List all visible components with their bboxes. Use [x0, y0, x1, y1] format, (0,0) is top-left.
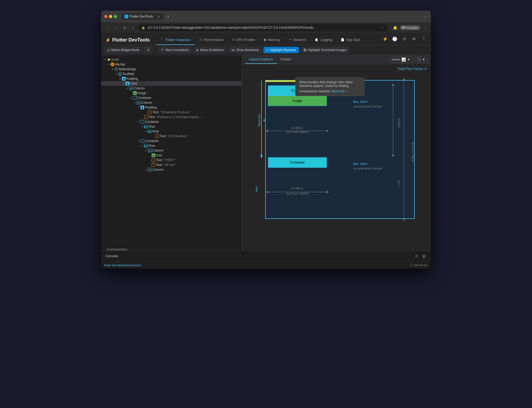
tree-item-column3[interactable]: ▼ ▤ Column: [101, 148, 242, 153]
tree-item-container2[interactable]: ▼ □ Container: [101, 119, 242, 124]
network-tab-icon: 〜: [289, 38, 292, 42]
tree-item-column2[interactable]: ▼ ▤ Column: [101, 100, 242, 105]
window-options-icon[interactable]: ⌄: [422, 14, 428, 19]
highlight-oversized-icon: 🖼: [304, 48, 306, 52]
tree-arrow-container3: ▼: [137, 139, 140, 143]
tab-cpu-profiler[interactable]: ⊙ CPU Profiler: [228, 35, 259, 45]
devtools-title: Flutter DevTools: [112, 37, 150, 43]
column2-icon: ▤: [137, 101, 140, 105]
axis-dropdown[interactable]: ⬛ ▼: [415, 57, 428, 63]
help-icon[interactable]: ?: [420, 36, 427, 42]
svg-marker-30: [260, 155, 263, 159]
tab-logging[interactable]: 📋 Logging: [310, 35, 336, 45]
tab-flutter-inspector[interactable]: 📱 Flutter Inspector: [156, 35, 195, 45]
highlight-oversized-button[interactable]: 🖼 Highlight Oversized Images: [301, 47, 350, 53]
text2-icon: T: [144, 115, 148, 119]
tree-item-text4[interactable]: ▶ T Text: "PREP:": [101, 158, 242, 163]
bookmark-icon[interactable]: ☆: [380, 25, 385, 30]
flex-align-dropdown[interactable]: center 📊 ▼: [389, 56, 413, 63]
tree-item-column[interactable]: ▼ ▤ Column: [101, 86, 242, 91]
tree-arrow-column: ▼: [126, 86, 129, 90]
home-button[interactable]: ⌂: [130, 24, 136, 31]
text3-icon: T: [155, 134, 159, 138]
tree-item-text5[interactable]: ▶ T Text: "25 min": [101, 163, 242, 167]
inspector-tab-options: center 📊 ▼ ⬛ ▼: [389, 56, 428, 63]
tree-item-scaffold[interactable]: ▼ ▦ Scaffold: [101, 72, 242, 76]
forward-button[interactable]: →: [113, 24, 119, 31]
tree-label-column: Column: [134, 86, 145, 90]
show-baselines-button[interactable]: Aa Show Baselines: [228, 47, 262, 53]
tree-arrow-image: ▶: [129, 91, 133, 95]
menu-icon[interactable]: ⋮: [422, 25, 428, 30]
tree-item-text3[interactable]: ▶ T Text: "170 Reviews": [101, 134, 242, 139]
tree-arrow-container2: ▼: [137, 120, 140, 124]
status-link[interactable]: flutter.dev/devtools/inspector: [104, 264, 141, 267]
tree-item-row2[interactable]: ▼ ▶▶ Row: [101, 129, 242, 134]
horizontal-scrollbar[interactable]: [106, 248, 128, 251]
tree-item-image[interactable]: ▶ ▨ Image: [101, 91, 242, 95]
tree-item-padding2[interactable]: ▼ ▦ Padding: [101, 105, 242, 110]
tree-item-card[interactable]: ▼ ▦ Card: [101, 81, 242, 86]
tree-item-row1[interactable]: ▼ ▶▶ Row: [101, 124, 242, 129]
back-button[interactable]: ←: [104, 24, 111, 31]
tab-app-size[interactable]: 📄 App Size: [336, 35, 364, 45]
tab-details[interactable]: Details: [277, 55, 295, 64]
cpu-tab-label: CPU Profiler: [236, 38, 255, 42]
main-content: ▼ 📁 [root] ▼ M MyApp ▼ ⚙ MaterialApp: [101, 55, 431, 251]
new-tab-button[interactable]: +: [165, 13, 171, 20]
tree-item-root[interactable]: ▼ 📁 [root]: [101, 57, 242, 62]
copy-console-button[interactable]: ⎘: [414, 253, 419, 259]
inspector-tab-icon: 📱: [160, 38, 164, 41]
tree-item-materialapp[interactable]: ▼ ⚙ MaterialApp: [101, 67, 242, 72]
tree-label-root: [root]: [111, 58, 119, 61]
padding2-icon: ▦: [140, 106, 144, 109]
active-tab[interactable]: Flutter DevTools ✕: [121, 13, 164, 20]
tree-arrow-column4: ▼: [144, 168, 148, 172]
minimize-button[interactable]: [109, 15, 112, 18]
app-size-tab-label: App Size: [346, 38, 360, 42]
tree-label-padding2: Padding: [145, 106, 157, 109]
tree-arrow-materialapp: ▼: [111, 67, 114, 71]
tab-close-button[interactable]: ✕: [157, 15, 161, 18]
refresh-button[interactable]: ↺: [144, 47, 152, 53]
show-guidelines-button[interactable]: ⊞ Show Guidelines: [193, 47, 227, 53]
slow-animations-button[interactable]: ⏱ Slow Animations: [158, 47, 192, 53]
toolbar-separator-1: [155, 47, 155, 53]
flex-align-icon: 📊: [401, 57, 406, 62]
details-tab-label: Details: [281, 57, 291, 61]
widget-tree-panel[interactable]: ▼ 📁 [root] ▼ M MyApp ▼ ⚙ MaterialApp: [101, 55, 242, 251]
tab-network[interactable]: 〜 Network: [285, 35, 310, 45]
tab-memory[interactable]: ▣ Memory: [259, 35, 285, 45]
show-guidelines-label: Show Guidelines: [200, 48, 224, 52]
svg-marker-27: [403, 78, 405, 80]
tab-performance[interactable]: ⏱ Performance: [195, 35, 228, 45]
tree-arrow-card: ▼: [122, 82, 126, 85]
address-bar[interactable]: 🔒 127.0.0.1:9100/#/?hide=debugger&ide=VS…: [138, 24, 388, 31]
tree-item-container[interactable]: ▼ □ Container: [101, 95, 242, 100]
tab-layout-explorer[interactable]: Layout Explorer: [245, 55, 277, 64]
tree-item-column4[interactable]: ▼ ▤ Column: [101, 167, 242, 172]
close-button[interactable]: [104, 15, 107, 18]
history-icon[interactable]: 🕐: [392, 36, 398, 42]
reload-button[interactable]: ↺: [121, 24, 128, 31]
maximize-button[interactable]: [114, 15, 117, 18]
performance-tab-label: Performance: [204, 38, 223, 42]
highlight-repaints-button[interactable]: ⊙ Highlight Repaints: [263, 47, 299, 53]
tree-item-text1[interactable]: ▶ T Text: "Strawberry Pavlova": [101, 110, 242, 115]
tree-label-text4: Text: "PREP:": [156, 158, 176, 162]
row2-icon: ▶▶: [148, 130, 152, 133]
status-bar: flutter.dev/devtools/inspector ⓘ x64-64 …: [101, 261, 431, 269]
select-widget-button[interactable]: ⊡ Select Widget Mode: [104, 47, 142, 53]
tree-item-row3[interactable]: ▼ ▶▶ Row: [101, 143, 242, 148]
tree-item-text2[interactable]: ▶ T Text: "Pavlova is a meringue-based .…: [101, 115, 242, 119]
clear-console-button[interactable]: 🗑: [421, 253, 427, 259]
flash-icon[interactable]: ⚡: [382, 36, 388, 42]
tree-item-padding[interactable]: ▼ ▦ Padding: [101, 76, 242, 81]
more-info-link[interactable]: More info ↗: [331, 89, 348, 93]
tree-item-myapp[interactable]: ▼ M MyApp: [101, 62, 242, 67]
alert-icon[interactable]: 🔔: [392, 25, 398, 30]
settings-icon[interactable]: ⚙: [401, 36, 408, 42]
tree-item-icon[interactable]: ▶ ▨ Icon: [101, 153, 242, 158]
tree-item-container3[interactable]: ▼ □ Container: [101, 139, 242, 143]
extensions-icon[interactable]: ❋: [411, 36, 417, 42]
